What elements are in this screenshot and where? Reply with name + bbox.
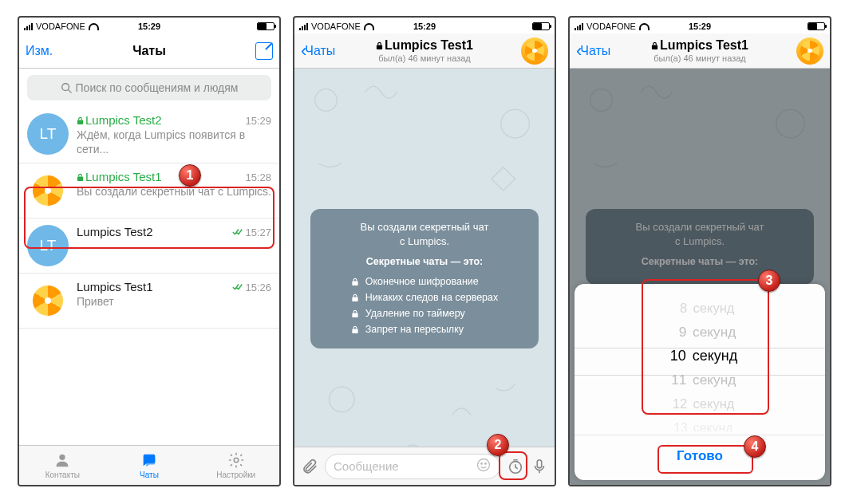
chats-header: Изм. Чаты	[19, 33, 279, 69]
svg-point-7	[315, 89, 338, 112]
chats-icon	[140, 451, 159, 469]
picker-unit: секунд	[693, 396, 734, 411]
picker-row[interactable]: 13секунд	[590, 421, 810, 431]
notice-bullet: Оконечное шифрование	[351, 274, 499, 289]
chat-row[interactable]: Lumpics Test115:28 Вы создали секретный …	[19, 163, 279, 219]
picker-unit: секунд	[693, 292, 733, 293]
read-checks-icon	[232, 228, 243, 236]
page-title: Чаты	[19, 44, 279, 58]
tab-settings[interactable]: Настройки	[192, 446, 279, 485]
chat-row[interactable]: LTLumpics Test215:29Ждём, когда Lumpics …	[19, 107, 279, 163]
tab-label: Контакты	[45, 471, 80, 479]
svg-point-4	[60, 455, 65, 460]
mic-icon[interactable]	[531, 458, 548, 475]
chat-row[interactable]: Lumpics Test115:26Привет	[19, 274, 279, 329]
notice-heading: Вы создали секретный чатс Lumpics.	[323, 220, 526, 248]
picker-row[interactable]: 12секунд	[585, 396, 815, 422]
svg-rect-12	[352, 297, 357, 301]
step-badge-1: 1	[179, 164, 201, 187]
tab-contacts[interactable]: Контакты	[19, 446, 106, 485]
step-badge-4: 4	[744, 435, 766, 458]
tab-bar: Контакты Чаты Настройки	[19, 445, 279, 485]
edit-button[interactable]: Изм.	[26, 44, 53, 58]
search-placeholder: Поиск по сообщениям и людям	[76, 81, 239, 94]
gear-icon	[227, 451, 246, 469]
attach-icon[interactable]	[301, 458, 318, 475]
clock: 15:29	[294, 22, 555, 31]
notice-bullet: Запрет на пересылку	[351, 321, 499, 337]
picker-number: 7	[666, 292, 687, 293]
chat-header: ‹Чаты Lumpics Test1 был(а) 46 минут наза…	[294, 33, 555, 69]
svg-rect-20	[652, 45, 657, 49]
svg-point-15	[478, 459, 490, 471]
back-label: Чаты	[580, 44, 610, 58]
svg-point-9	[329, 387, 354, 412]
svg-point-17	[485, 463, 487, 465]
avatar	[27, 280, 69, 321]
lock-icon	[351, 325, 359, 334]
row-body: Lumpics Test215:29Ждём, когда Lumpics по…	[77, 113, 271, 156]
picker-unit: секунд	[693, 301, 734, 316]
search-input[interactable]: Поиск по сообщениям и людям	[27, 75, 271, 100]
svg-rect-2	[77, 120, 83, 124]
timer-icon[interactable]	[507, 458, 524, 475]
message-input-bar: Сообщение	[294, 447, 555, 485]
clock: 15:29	[19, 22, 279, 31]
notice-bullet: Удаление по таймеру	[351, 305, 499, 321]
picker-sheet: 7секунд8секунд9секунд10секунд11секунд12с…	[575, 284, 825, 480]
screen-chat-list: VODAFONE 15:29 Изм. Чаты Поиск по сообще…	[18, 16, 281, 486]
avatar[interactable]	[521, 37, 548, 65]
picker-number: 11	[664, 372, 687, 388]
time-picker[interactable]: 7секунд8секунд9секунд10секунд11секунд12с…	[575, 292, 825, 431]
avatar[interactable]	[796, 37, 823, 65]
back-button[interactable]: ‹Чаты	[576, 42, 610, 60]
chat-time: 15:27	[232, 226, 271, 238]
chat-preview: Привет	[77, 295, 271, 309]
chat-preview: Ждём, когда Lumpics появится в сети...	[77, 128, 271, 156]
contact-icon	[53, 451, 72, 469]
step-badge-2: 2	[487, 434, 509, 456]
read-checks-icon	[232, 283, 243, 291]
compose-button[interactable]	[255, 42, 273, 60]
avatar-initials: LT	[27, 225, 69, 266]
chat-list: LTLumpics Test215:29Ждём, когда Lumpics …	[19, 107, 279, 329]
chat-name: Lumpics Test2	[77, 113, 162, 127]
chat-time: 15:28	[245, 171, 271, 183]
chat-name: Lumpics Test2	[77, 225, 153, 238]
chat-row[interactable]: LTLumpics Test215:27	[19, 219, 279, 274]
done-button[interactable]: Готово	[661, 443, 739, 469]
search-icon	[61, 82, 72, 93]
sticker-icon[interactable]	[476, 457, 492, 475]
chat-time: 15:29	[245, 115, 271, 127]
lock-icon	[77, 116, 84, 125]
row-body: Lumpics Test115:28 Вы создали секретный …	[77, 170, 271, 211]
svg-point-16	[481, 463, 483, 465]
picker-row[interactable]: 8секунд	[585, 301, 815, 326]
chat-body: Вы создали секретный чатс Lumpics. Секре…	[294, 69, 555, 485]
battery-icon	[532, 22, 550, 30]
row-body: Lumpics Test115:26Привет	[77, 280, 271, 321]
chat-time: 15:26	[232, 282, 271, 293]
battery-icon	[257, 22, 274, 30]
picker-number: 13	[666, 421, 687, 431]
lock-icon	[351, 309, 359, 318]
row-body: Lumpics Test215:27	[77, 225, 271, 266]
picker-number: 9	[664, 325, 687, 341]
picker-number: 12	[665, 396, 688, 411]
tab-label: Настройки	[216, 471, 255, 479]
svg-rect-13	[352, 313, 357, 317]
clock: 15:29	[570, 22, 830, 31]
back-button[interactable]: ‹Чаты	[301, 42, 335, 60]
message-input[interactable]: Сообщение	[325, 454, 500, 479]
picker-row[interactable]: 11секунд	[579, 372, 819, 400]
tab-chats[interactable]: Чаты	[106, 446, 193, 485]
picker-unit: секунд	[693, 421, 733, 431]
compose-icon	[255, 42, 273, 60]
svg-point-5	[234, 458, 239, 463]
lock-icon	[351, 293, 359, 302]
step-badge-3: 3	[758, 270, 780, 292]
status-bar: VODAFONE 15:29	[570, 18, 830, 33]
chat-name: Lumpics Test1	[77, 280, 153, 293]
chat-name: Lumpics Test1	[77, 170, 162, 183]
svg-rect-3	[77, 177, 83, 181]
